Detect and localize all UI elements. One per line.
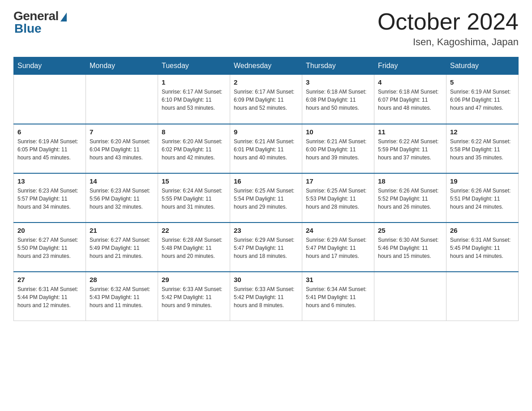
calendar-cell: 12Sunrise: 6:22 AM Sunset: 5:58 PM Dayli…: [446, 124, 519, 173]
day-info: Sunrise: 6:18 AM Sunset: 6:08 PM Dayligh…: [306, 88, 370, 112]
day-info: Sunrise: 6:20 AM Sunset: 6:04 PM Dayligh…: [90, 137, 154, 162]
col-tuesday: Tuesday: [158, 57, 230, 75]
calendar-cell: 18Sunrise: 6:26 AM Sunset: 5:52 PM Dayli…: [374, 173, 446, 223]
calendar-week-row: 13Sunrise: 6:23 AM Sunset: 5:57 PM Dayli…: [14, 173, 519, 223]
calendar-cell: 29Sunrise: 6:33 AM Sunset: 5:42 PM Dayli…: [158, 272, 230, 321]
day-info: Sunrise: 6:20 AM Sunset: 6:02 PM Dayligh…: [162, 137, 226, 162]
day-number: 25: [378, 227, 442, 234]
day-number: 22: [162, 227, 226, 234]
day-number: 18: [378, 177, 442, 185]
calendar-cell: [446, 272, 519, 321]
day-number: 21: [90, 227, 154, 234]
calendar-cell: 21Sunrise: 6:27 AM Sunset: 5:49 PM Dayli…: [86, 223, 158, 272]
day-info: Sunrise: 6:27 AM Sunset: 5:50 PM Dayligh…: [17, 236, 82, 260]
day-number: 7: [90, 128, 154, 136]
day-info: Sunrise: 6:23 AM Sunset: 5:56 PM Dayligh…: [90, 187, 154, 211]
day-info: Sunrise: 6:22 AM Sunset: 5:59 PM Dayligh…: [378, 137, 442, 162]
day-info: Sunrise: 6:28 AM Sunset: 5:48 PM Dayligh…: [162, 236, 226, 260]
calendar-cell: 10Sunrise: 6:21 AM Sunset: 6:00 PM Dayli…: [302, 124, 374, 173]
calendar-cell: 23Sunrise: 6:29 AM Sunset: 5:47 PM Dayli…: [230, 223, 302, 272]
day-info: Sunrise: 6:19 AM Sunset: 6:05 PM Dayligh…: [17, 137, 82, 162]
day-info: Sunrise: 6:19 AM Sunset: 6:06 PM Dayligh…: [450, 88, 515, 112]
day-number: 31: [306, 276, 370, 283]
day-number: 26: [450, 227, 515, 234]
day-info: Sunrise: 6:27 AM Sunset: 5:49 PM Dayligh…: [90, 236, 154, 260]
day-number: 6: [17, 128, 82, 136]
calendar-cell: 13Sunrise: 6:23 AM Sunset: 5:57 PM Dayli…: [14, 173, 86, 223]
col-thursday: Thursday: [302, 57, 374, 75]
day-number: 16: [234, 177, 298, 185]
logo-blue-text: Blue: [14, 21, 42, 36]
calendar-cell: 26Sunrise: 6:31 AM Sunset: 5:45 PM Dayli…: [446, 223, 519, 272]
col-sunday: Sunday: [14, 57, 86, 75]
day-info: Sunrise: 6:22 AM Sunset: 5:58 PM Dayligh…: [450, 137, 515, 162]
day-number: 24: [306, 227, 370, 234]
calendar-cell: 3Sunrise: 6:18 AM Sunset: 6:08 PM Daylig…: [302, 75, 374, 124]
day-number: 14: [90, 177, 154, 185]
calendar-cell: 8Sunrise: 6:20 AM Sunset: 6:02 PM Daylig…: [158, 124, 230, 173]
day-info: Sunrise: 6:17 AM Sunset: 6:09 PM Dayligh…: [234, 88, 298, 112]
header-row: Sunday Monday Tuesday Wednesday Thursday…: [14, 57, 519, 75]
day-info: Sunrise: 6:31 AM Sunset: 5:45 PM Dayligh…: [450, 236, 515, 260]
calendar-cell: 4Sunrise: 6:18 AM Sunset: 6:07 PM Daylig…: [374, 75, 446, 124]
day-info: Sunrise: 6:18 AM Sunset: 6:07 PM Dayligh…: [378, 88, 442, 112]
day-number: 29: [162, 276, 226, 283]
page-header: General Blue October 2024 Isen, Kagoshim…: [13, 9, 519, 48]
col-friday: Friday: [374, 57, 446, 75]
day-info: Sunrise: 6:30 AM Sunset: 5:46 PM Dayligh…: [378, 236, 442, 260]
calendar-cell: 20Sunrise: 6:27 AM Sunset: 5:50 PM Dayli…: [14, 223, 86, 272]
logo: General Blue: [13, 9, 67, 36]
day-info: Sunrise: 6:31 AM Sunset: 5:44 PM Dayligh…: [17, 285, 82, 309]
calendar-week-row: 20Sunrise: 6:27 AM Sunset: 5:50 PM Dayli…: [14, 223, 519, 272]
day-number: 10: [306, 128, 370, 136]
col-saturday: Saturday: [446, 57, 519, 75]
day-info: Sunrise: 6:33 AM Sunset: 5:42 PM Dayligh…: [162, 285, 226, 309]
calendar-cell: 2Sunrise: 6:17 AM Sunset: 6:09 PM Daylig…: [230, 75, 302, 124]
calendar-cell: 28Sunrise: 6:32 AM Sunset: 5:43 PM Dayli…: [86, 272, 158, 321]
calendar-week-row: 6Sunrise: 6:19 AM Sunset: 6:05 PM Daylig…: [14, 124, 519, 173]
calendar-cell: 31Sunrise: 6:34 AM Sunset: 5:41 PM Dayli…: [302, 272, 374, 321]
calendar-cell: 27Sunrise: 6:31 AM Sunset: 5:44 PM Dayli…: [14, 272, 86, 321]
month-title: October 2024: [378, 9, 519, 34]
calendar-cell: 17Sunrise: 6:25 AM Sunset: 5:53 PM Dayli…: [302, 173, 374, 223]
calendar-body: 1Sunrise: 6:17 AM Sunset: 6:10 PM Daylig…: [14, 75, 519, 321]
calendar-cell: 6Sunrise: 6:19 AM Sunset: 6:05 PM Daylig…: [14, 124, 86, 173]
day-info: Sunrise: 6:23 AM Sunset: 5:57 PM Dayligh…: [17, 187, 82, 211]
day-info: Sunrise: 6:26 AM Sunset: 5:52 PM Dayligh…: [378, 187, 442, 211]
calendar-cell: 22Sunrise: 6:28 AM Sunset: 5:48 PM Dayli…: [158, 223, 230, 272]
day-number: 1: [162, 78, 226, 86]
calendar-cell: 9Sunrise: 6:21 AM Sunset: 6:01 PM Daylig…: [230, 124, 302, 173]
day-number: 23: [234, 227, 298, 234]
location-text: Isen, Kagoshima, Japan: [378, 36, 519, 48]
day-number: 9: [234, 128, 298, 136]
day-number: 8: [162, 128, 226, 136]
day-number: 27: [17, 276, 82, 283]
day-number: 15: [162, 177, 226, 185]
calendar-cell: 19Sunrise: 6:26 AM Sunset: 5:51 PM Dayli…: [446, 173, 519, 223]
day-info: Sunrise: 6:33 AM Sunset: 5:42 PM Dayligh…: [234, 285, 298, 309]
calendar-cell: [374, 272, 446, 321]
day-number: 11: [378, 128, 442, 136]
col-wednesday: Wednesday: [230, 57, 302, 75]
day-info: Sunrise: 6:24 AM Sunset: 5:55 PM Dayligh…: [162, 187, 226, 211]
calendar-cell: 24Sunrise: 6:29 AM Sunset: 5:47 PM Dayli…: [302, 223, 374, 272]
day-info: Sunrise: 6:29 AM Sunset: 5:47 PM Dayligh…: [306, 236, 370, 260]
day-number: 20: [17, 227, 82, 234]
col-monday: Monday: [86, 57, 158, 75]
day-number: 13: [17, 177, 82, 185]
day-number: 17: [306, 177, 370, 185]
title-block: October 2024 Isen, Kagoshima, Japan: [378, 9, 519, 48]
day-number: 2: [234, 78, 298, 86]
calendar-cell: [86, 75, 158, 124]
day-info: Sunrise: 6:34 AM Sunset: 5:41 PM Dayligh…: [306, 285, 370, 309]
calendar-cell: 15Sunrise: 6:24 AM Sunset: 5:55 PM Dayli…: [158, 173, 230, 223]
calendar-cell: [14, 75, 86, 124]
day-info: Sunrise: 6:26 AM Sunset: 5:51 PM Dayligh…: [450, 187, 515, 211]
day-info: Sunrise: 6:25 AM Sunset: 5:53 PM Dayligh…: [306, 187, 370, 211]
day-info: Sunrise: 6:32 AM Sunset: 5:43 PM Dayligh…: [90, 285, 154, 309]
calendar-table: Sunday Monday Tuesday Wednesday Thursday…: [13, 57, 519, 321]
calendar-header: Sunday Monday Tuesday Wednesday Thursday…: [14, 57, 519, 75]
calendar-week-row: 1Sunrise: 6:17 AM Sunset: 6:10 PM Daylig…: [14, 75, 519, 124]
day-info: Sunrise: 6:21 AM Sunset: 6:00 PM Dayligh…: [306, 137, 370, 162]
day-info: Sunrise: 6:17 AM Sunset: 6:10 PM Dayligh…: [162, 88, 226, 112]
